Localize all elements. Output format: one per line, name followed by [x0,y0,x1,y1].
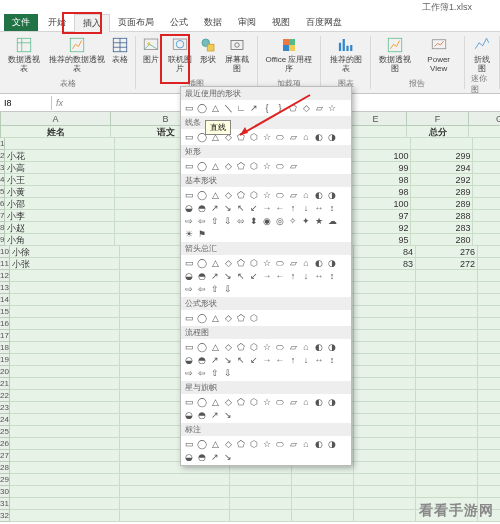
cell[interactable]: 299 [411,150,473,162]
shape-option[interactable]: △ [209,341,221,353]
col-G[interactable]: G [469,112,500,125]
row-header[interactable]: 12 [0,270,10,282]
shape-option[interactable]: ↗ [209,451,221,463]
shape-option[interactable]: ☆ [326,102,338,114]
shape-option[interactable]: ⬭ [274,131,286,143]
cell[interactable] [411,138,473,150]
cell[interactable]: 97 [349,210,411,222]
row-header[interactable]: 13 [0,282,10,294]
shape-option[interactable]: ▭ [183,312,195,324]
shape-option[interactable]: ▭ [183,396,195,408]
shape-option[interactable]: ▭ [183,131,195,143]
shape-option[interactable]: ↔ [313,354,325,366]
row-header[interactable]: 17 [0,330,10,342]
row-header[interactable]: 27 [0,450,10,462]
shape-option[interactable]: ◯ [196,312,208,324]
row-header[interactable]: 25 [0,426,10,438]
shape-option[interactable]: ▱ [287,438,299,450]
shape-option[interactable]: ◑ [326,257,338,269]
shape-option[interactable]: ↕ [326,270,338,282]
tab-home[interactable]: 开始 [40,14,74,31]
shape-option[interactable]: → [261,202,273,214]
shape-option[interactable]: ↘ [222,354,234,366]
btn-rec-pivot[interactable]: 推荐的数据透视表 [48,36,105,73]
shape-option[interactable]: ⇧ [209,367,221,379]
shape-option[interactable]: ◒ [183,270,195,282]
shape-option[interactable]: → [261,354,273,366]
shape-option[interactable]: △ [209,257,221,269]
row-header[interactable]: 15 [0,306,10,318]
shape-option[interactable]: ◐ [313,131,325,143]
btn-pivot-table[interactable]: 数据透视表 [6,36,42,73]
shape-option[interactable]: ⬭ [274,257,286,269]
row-header[interactable]: 30 [0,486,10,498]
shape-option[interactable]: ☆ [261,189,273,201]
shape-option[interactable]: ◎ [274,215,286,227]
shape-option[interactable]: ⬠ [235,438,247,450]
shape-option[interactable]: ↖ [235,354,247,366]
shape-option[interactable]: ↘ [222,409,234,421]
btn-screenshot[interactable]: 屏幕截图 [223,36,250,73]
shape-option[interactable]: ⬠ [235,131,247,143]
row-header[interactable]: 29 [0,474,10,486]
shape-option[interactable]: ⬠ [235,341,247,353]
shape-option[interactable]: ◓ [196,202,208,214]
shape-option[interactable]: ⌂ [300,396,312,408]
shape-option[interactable]: ◒ [183,409,195,421]
shape-option[interactable]: ⇦ [196,215,208,227]
cell[interactable]: 总分 [407,126,469,138]
shape-option[interactable]: ◐ [313,341,325,353]
shape-option[interactable]: ↙ [248,270,260,282]
cell[interactable]: 294 [411,162,473,174]
shape-option[interactable]: ☆ [261,341,273,353]
row-header[interactable]: 28 [0,462,10,474]
shape-option[interactable]: ⬠ [235,257,247,269]
shape-option[interactable]: ◓ [196,409,208,421]
shape-option[interactable]: ⬠ [235,396,247,408]
cell[interactable]: 288 [411,210,473,222]
shape-option[interactable]: ◉ [261,215,273,227]
shape-option[interactable]: ∟ [235,102,247,114]
shape-option[interactable]: ⇩ [222,215,234,227]
shape-option[interactable]: ◇ [222,341,234,353]
cell[interactable]: 289 [411,198,473,210]
tab-layout[interactable]: 页面布局 [110,14,162,31]
cell[interactable]: 小赵 [5,222,115,234]
tab-review[interactable]: 审阅 [230,14,264,31]
shape-option[interactable]: △ [209,189,221,201]
shape-option[interactable]: ◐ [313,189,325,201]
row-header[interactable]: 20 [0,366,10,378]
cell[interactable]: 83 [354,258,416,270]
shape-option[interactable]: ◒ [183,451,195,463]
row-header[interactable]: 16 [0,318,10,330]
shape-option[interactable]: ↖ [235,270,247,282]
shape-option[interactable]: ↕ [326,354,338,366]
shape-option[interactable]: ⬠ [287,102,299,114]
shape-option[interactable]: ⇧ [209,215,221,227]
shape-option[interactable]: ◒ [183,202,195,214]
cell[interactable]: 小黄 [5,186,115,198]
cell[interactable]: 姓名 [1,126,111,138]
btn-pivot-chart[interactable]: 数据透视图 [377,36,414,73]
shape-option[interactable]: ⌂ [300,438,312,450]
shape-option[interactable]: ↔ [313,202,325,214]
row-header[interactable]: 22 [0,390,10,402]
shape-option[interactable]: ⬭ [274,341,286,353]
shape-option[interactable]: △ [209,160,221,172]
shape-option[interactable]: ← [274,354,286,366]
shape-option[interactable]: ◑ [326,189,338,201]
cell[interactable]: 小角 [5,234,115,246]
shape-option[interactable]: ☁ [326,215,338,227]
shape-option[interactable]: ◯ [196,438,208,450]
shape-option[interactable]: ⬡ [248,131,260,143]
btn-rec-chart[interactable]: 推荐的图表 [327,36,364,73]
shape-option[interactable]: ◇ [300,102,312,114]
btn-online-picture[interactable]: 联机图片 [166,36,193,73]
shape-option[interactable]: ↙ [248,202,260,214]
row-header[interactable]: 32 [0,510,10,522]
shape-option[interactable]: ↗ [209,202,221,214]
shape-option[interactable]: ◯ [196,102,208,114]
shape-option[interactable]: △ [209,102,221,114]
shape-option[interactable]: ⬡ [248,257,260,269]
shape-option[interactable]: ☆ [261,438,273,450]
